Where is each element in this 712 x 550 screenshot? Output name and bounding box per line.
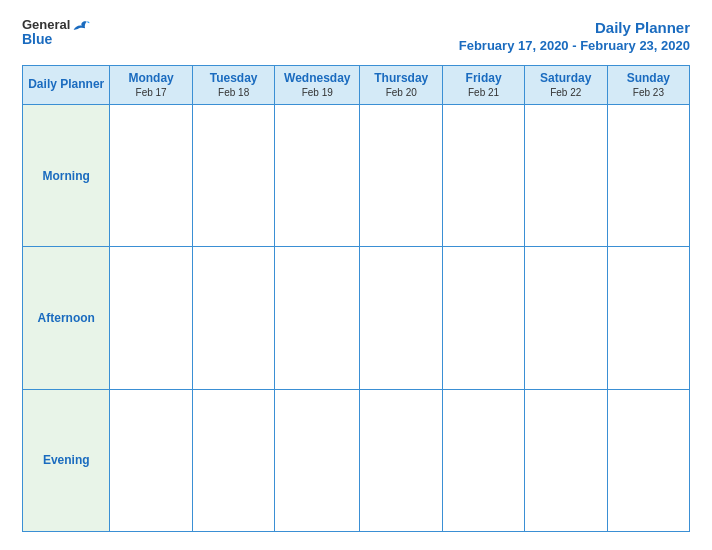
thursday-date: Feb 20 (363, 86, 439, 99)
row-label-afternoon: Afternoon (23, 247, 110, 389)
col-header-sunday: Sunday Feb 23 (607, 65, 689, 105)
col-header-thursday: Thursday Feb 20 (360, 65, 443, 105)
cell-tuesday-morning[interactable] (192, 105, 275, 247)
thursday-name: Thursday (363, 71, 439, 87)
header-title: Daily Planner (459, 18, 690, 38)
col-header-wednesday: Wednesday Feb 19 (275, 65, 360, 105)
page: General Blue Daily Planner February 17, … (0, 0, 712, 550)
saturday-date: Feb 22 (528, 86, 604, 99)
cell-tuesday-evening[interactable] (192, 389, 275, 531)
table-header-row: Daily Planner Monday Feb 17 Tuesday Feb … (23, 65, 690, 105)
wednesday-date: Feb 19 (278, 86, 356, 99)
sunday-date: Feb 23 (611, 86, 686, 99)
header: General Blue Daily Planner February 17, … (22, 18, 690, 53)
cell-thursday-evening[interactable] (360, 389, 443, 531)
cell-wednesday-afternoon[interactable] (275, 247, 360, 389)
col-header-saturday: Saturday Feb 22 (524, 65, 607, 105)
cell-wednesday-evening[interactable] (275, 389, 360, 531)
col-header-daily-planner: Daily Planner (23, 65, 110, 105)
col-header-monday: Monday Feb 17 (110, 65, 192, 105)
logo-blue: Blue (22, 32, 52, 47)
header-date-range: February 17, 2020 - February 23, 2020 (459, 38, 690, 53)
monday-date: Feb 17 (113, 86, 188, 99)
cell-tuesday-afternoon[interactable] (192, 247, 275, 389)
cell-sunday-evening[interactable] (607, 389, 689, 531)
cell-sunday-afternoon[interactable] (607, 247, 689, 389)
cell-monday-morning[interactable] (110, 105, 192, 247)
row-label-morning: Morning (23, 105, 110, 247)
logo-bird-icon (72, 18, 90, 32)
friday-date: Feb 21 (446, 86, 520, 99)
cell-thursday-morning[interactable] (360, 105, 443, 247)
wednesday-name: Wednesday (278, 71, 356, 87)
tuesday-date: Feb 18 (196, 86, 272, 99)
cell-saturday-evening[interactable] (524, 389, 607, 531)
cell-saturday-afternoon[interactable] (524, 247, 607, 389)
cell-thursday-afternoon[interactable] (360, 247, 443, 389)
logo-text: General (22, 18, 90, 32)
table-row-morning: Morning (23, 105, 690, 247)
cell-sunday-morning[interactable] (607, 105, 689, 247)
cell-friday-afternoon[interactable] (443, 247, 524, 389)
monday-name: Monday (113, 71, 188, 87)
cell-saturday-morning[interactable] (524, 105, 607, 247)
cell-friday-evening[interactable] (443, 389, 524, 531)
col-header-daily-label: Daily Planner (26, 77, 106, 93)
logo-general: General (22, 18, 70, 32)
logo: General Blue (22, 18, 90, 48)
col-header-tuesday: Tuesday Feb 18 (192, 65, 275, 105)
cell-monday-evening[interactable] (110, 389, 192, 531)
planner-table: Daily Planner Monday Feb 17 Tuesday Feb … (22, 65, 690, 533)
col-header-friday: Friday Feb 21 (443, 65, 524, 105)
cell-friday-morning[interactable] (443, 105, 524, 247)
row-label-evening: Evening (23, 389, 110, 531)
friday-name: Friday (446, 71, 520, 87)
sunday-name: Sunday (611, 71, 686, 87)
header-right: Daily Planner February 17, 2020 - Februa… (459, 18, 690, 53)
cell-wednesday-morning[interactable] (275, 105, 360, 247)
table-row-evening: Evening (23, 389, 690, 531)
tuesday-name: Tuesday (196, 71, 272, 87)
saturday-name: Saturday (528, 71, 604, 87)
cell-monday-afternoon[interactable] (110, 247, 192, 389)
table-row-afternoon: Afternoon (23, 247, 690, 389)
